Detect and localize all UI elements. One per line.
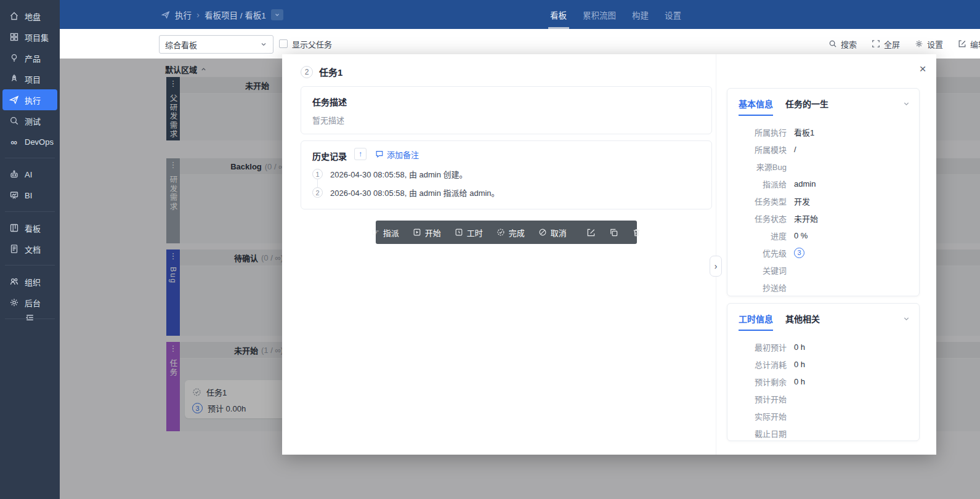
sidebar-item-label: DevOps <box>25 137 54 147</box>
tab-effort-info[interactable]: 工时信息 <box>739 312 773 331</box>
sidebar-item-program[interactable]: 项目集 <box>2 26 57 47</box>
rocket-icon <box>9 74 19 84</box>
sidebar-item-devops[interactable]: ∞ DevOps <box>2 131 57 152</box>
trash-icon <box>632 228 641 237</box>
field-row: 来源Bug <box>739 158 910 175</box>
play-square-icon <box>413 228 421 237</box>
sidebar-item-execution[interactable]: 执行 <box>2 89 57 110</box>
task-action-bar: ☞ 指派 开始 工时 完成 取消 <box>376 221 637 244</box>
collapse-menu-icon[interactable] <box>25 312 35 323</box>
task-id-badge: 2 <box>301 66 313 78</box>
search-icon <box>828 39 837 48</box>
expand-panel-button[interactable]: › <box>710 256 722 277</box>
settings-button[interactable]: 设置 <box>915 38 943 50</box>
sidebar-item-label: 组织 <box>25 276 41 288</box>
lightbulb-icon <box>9 53 19 63</box>
description-section: 任务描述 暂无描述 <box>301 86 712 134</box>
task-detail-modal: × 2 任务1 任务描述 暂无描述 历史记录 ↑ 添加备注 1 2026-04-… <box>282 54 936 455</box>
tab-build[interactable]: 构建 <box>632 0 649 29</box>
sidebar-item-label: 看板 <box>25 222 41 234</box>
history-heading: 历史记录 <box>312 150 347 162</box>
top-tabs: 看板 累积流图 构建 设置 <box>550 0 681 29</box>
cancel-button[interactable]: 取消 <box>532 221 573 244</box>
search-button[interactable]: 搜索 <box>828 38 857 50</box>
home-icon <box>9 11 19 22</box>
field-row: 关键词 <box>739 261 910 278</box>
board-switch-dropdown[interactable] <box>271 9 283 20</box>
paper-plane-icon <box>9 95 19 105</box>
tab-cfd[interactable]: 累积流图 <box>583 0 616 29</box>
sort-order-button[interactable]: ↑ <box>354 148 366 160</box>
tab-kanban[interactable]: 看板 <box>550 0 567 29</box>
add-note-button[interactable]: 添加备注 <box>375 148 419 160</box>
sidebar-item-label: BI <box>25 191 32 200</box>
slash-circle-icon <box>538 228 547 237</box>
field-row: 最初预计0 h <box>739 338 910 355</box>
modal-header: 2 任务1 <box>301 65 342 78</box>
delete-task-button[interactable] <box>625 221 648 244</box>
assign-button[interactable]: ☞ 指派 <box>365 221 406 244</box>
log-hours-button[interactable]: 工时 <box>448 221 490 244</box>
chevron-down-icon[interactable] <box>902 315 910 323</box>
users-icon <box>9 277 19 287</box>
sidebar-item-label: 产品 <box>25 52 41 64</box>
sidebar-item-home[interactable]: 地盘 <box>2 6 57 26</box>
comment-icon <box>375 150 384 158</box>
description-text: 暂无描述 <box>312 114 344 126</box>
gear-icon <box>9 298 19 308</box>
field-row: 预计开始 <box>739 390 910 407</box>
history-entry: 2 2026-04-30 08:05:58, 由 admin 指派给 admin… <box>312 187 500 198</box>
board-select[interactable]: 综合看板 <box>159 35 273 54</box>
sidebar-divider <box>5 211 55 212</box>
tab-other-related[interactable]: 其他相关 <box>785 312 820 325</box>
field-row: 所属模块/ <box>739 140 910 158</box>
chevron-down-icon <box>274 12 280 18</box>
history-entry-number: 2 <box>312 187 323 198</box>
panel-divider <box>716 54 716 455</box>
edit-icon <box>958 39 966 48</box>
tab-task-life[interactable]: 任务的一生 <box>785 97 828 110</box>
chevron-down-icon[interactable] <box>902 100 910 108</box>
sidebar-item-project[interactable]: 项目 <box>2 68 57 89</box>
top-navbar: 执行 › 看板项目 / 看板1 看板 累积流图 构建 设置 <box>60 0 980 29</box>
show-parent-label: 显示父任务 <box>292 38 332 50</box>
field-row: 任务状态未开始 <box>739 209 910 227</box>
sidebar-item-bi[interactable]: BI <box>2 185 57 206</box>
board-select-value: 综合看板 <box>165 39 197 51</box>
sidebar-item-qa[interactable]: 测试 <box>2 110 57 131</box>
sidebar-item-label: 文档 <box>25 243 41 255</box>
show-parent-checkbox[interactable] <box>279 39 288 48</box>
breadcrumb-path[interactable]: 看板项目 / 看板1 <box>205 9 266 21</box>
sidebar-divider <box>5 158 55 158</box>
sidebar: 地盘 项目集 产品 项目 执行 测试 ∞ DevOps AI BI 看板 文档 <box>0 0 60 499</box>
sidebar-item-label: 测试 <box>25 115 41 127</box>
field-row: 截止日期 <box>739 424 910 442</box>
sidebar-item-org[interactable]: 组织 <box>2 271 57 292</box>
copy-task-button[interactable] <box>602 221 625 244</box>
sidebar-item-doc[interactable]: 文档 <box>2 238 57 259</box>
breadcrumb: 执行 › 看板项目 / 看板1 <box>161 0 283 29</box>
close-icon[interactable]: × <box>915 62 930 76</box>
finish-button[interactable]: 完成 <box>490 221 532 244</box>
robot-icon <box>9 169 19 180</box>
start-button[interactable]: 开始 <box>406 221 448 244</box>
breadcrumb-section[interactable]: 执行 <box>175 9 192 21</box>
copy-icon <box>609 228 618 237</box>
sidebar-item-kanban[interactable]: 看板 <box>2 217 57 238</box>
task-title: 任务1 <box>319 65 342 78</box>
edit-task-button[interactable] <box>580 221 602 244</box>
edit-button[interactable]: 编辑 <box>958 38 980 50</box>
sidebar-item-ai[interactable]: AI <box>2 164 57 185</box>
tab-basic-info[interactable]: 基本信息 <box>739 97 773 116</box>
sidebar-item-product[interactable]: 产品 <box>2 47 57 68</box>
fullscreen-icon <box>872 39 880 48</box>
chart-board-icon <box>9 190 19 201</box>
edit-icon <box>586 228 596 237</box>
sidebar-divider <box>5 265 55 266</box>
tab-settings[interactable]: 设置 <box>665 0 681 29</box>
check-circle-icon <box>496 228 505 237</box>
sidebar-item-admin[interactable]: 后台 <box>2 292 57 313</box>
sidebar-item-label: AI <box>25 170 32 179</box>
fullscreen-button[interactable]: 全屏 <box>872 38 900 50</box>
field-row-priority: 优先级3 <box>739 244 910 261</box>
